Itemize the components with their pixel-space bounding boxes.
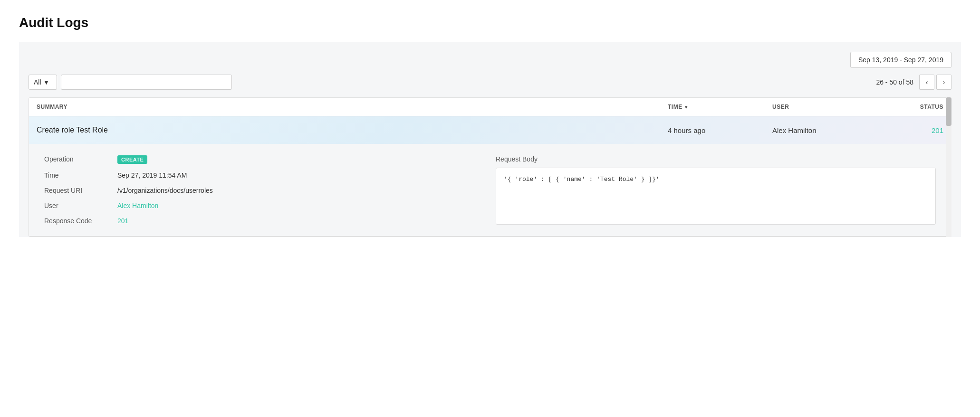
response-code-value: 201 xyxy=(117,217,128,225)
pagination-text: 26 - 50 of 58 xyxy=(876,78,913,86)
date-range-button[interactable]: Sep 13, 2019 - Sep 27, 2019 xyxy=(850,52,951,68)
time-label: Time xyxy=(44,171,106,179)
col-header-status: STATUS xyxy=(877,104,943,110)
detail-user-row: User Alex Hamilton xyxy=(44,202,484,209)
dropdown-label: All xyxy=(34,78,41,86)
row-status: 201 xyxy=(877,126,943,134)
filter-row: All ▼ 26 - 50 of 58 ‹ › xyxy=(29,75,951,90)
user-value[interactable]: Alex Hamilton xyxy=(117,202,158,209)
pagination-next-button[interactable]: › xyxy=(936,75,951,90)
table-container: SUMMARY TIME ▼ USER STATUS Create role T… xyxy=(29,97,951,237)
request-body-label: Request Body xyxy=(496,155,936,163)
create-badge: CREATE xyxy=(117,155,147,164)
scrollbar-track[interactable] xyxy=(946,97,951,237)
response-code-label: Response Code xyxy=(44,217,106,225)
detail-time-row: Time Sep 27, 2019 11:54 AM xyxy=(44,171,484,179)
row-time: 4 hours ago xyxy=(668,126,772,134)
page-container: Audit Logs Sep 13, 2019 - Sep 27, 2019 A… xyxy=(0,0,980,417)
detail-panel: Operation CREATE Time Sep 27, 2019 11:54… xyxy=(29,144,951,236)
search-input[interactable] xyxy=(61,75,232,90)
detail-right: Request Body '{ 'role' : [ { 'name' : 'T… xyxy=(496,155,936,225)
detail-left: Operation CREATE Time Sep 27, 2019 11:54… xyxy=(44,155,484,225)
operation-label: Operation xyxy=(44,155,106,163)
filter-left: All ▼ xyxy=(29,75,232,90)
scrollbar-thumb[interactable] xyxy=(946,97,951,126)
table-row-wrapper: Create role Test Role 4 hours ago Alex H… xyxy=(29,116,951,237)
all-dropdown[interactable]: All ▼ xyxy=(29,75,57,90)
dropdown-arrow-icon: ▼ xyxy=(43,78,50,86)
request-uri-label: Request URI xyxy=(44,187,106,194)
pagination-area: 26 - 50 of 58 ‹ › xyxy=(876,75,951,90)
date-range-row: Sep 13, 2019 - Sep 27, 2019 xyxy=(29,52,951,68)
table-row[interactable]: Create role Test Role 4 hours ago Alex H… xyxy=(29,116,951,144)
col-header-time-label: TIME xyxy=(668,104,682,110)
row-summary: Create role Test Role xyxy=(37,126,668,134)
request-uri-value: /v1/organizations/docs/userroles xyxy=(117,187,213,194)
pagination-prev-button[interactable]: ‹ xyxy=(919,75,934,90)
col-header-summary: SUMMARY xyxy=(37,104,668,110)
detail-uri-row: Request URI /v1/organizations/docs/userr… xyxy=(44,187,484,194)
sort-arrow-icon: ▼ xyxy=(684,104,689,110)
page-title: Audit Logs xyxy=(19,15,961,30)
table-header: SUMMARY TIME ▼ USER STATUS xyxy=(29,98,951,116)
controls-area: Sep 13, 2019 - Sep 27, 2019 All ▼ 26 - 5… xyxy=(19,42,961,237)
time-value: Sep 27, 2019 11:54 AM xyxy=(117,171,187,179)
row-user: Alex Hamilton xyxy=(772,126,877,134)
detail-response-row: Response Code 201 xyxy=(44,217,484,225)
table-scroll-wrapper: SUMMARY TIME ▼ USER STATUS Create role T… xyxy=(29,97,951,237)
col-header-user: USER xyxy=(772,104,877,110)
request-body-box: '{ 'role' : [ { 'name' : 'Test Role' } ]… xyxy=(496,168,936,225)
user-label: User xyxy=(44,202,106,209)
col-header-time: TIME ▼ xyxy=(668,104,772,110)
detail-operation-row: Operation CREATE xyxy=(44,155,484,164)
